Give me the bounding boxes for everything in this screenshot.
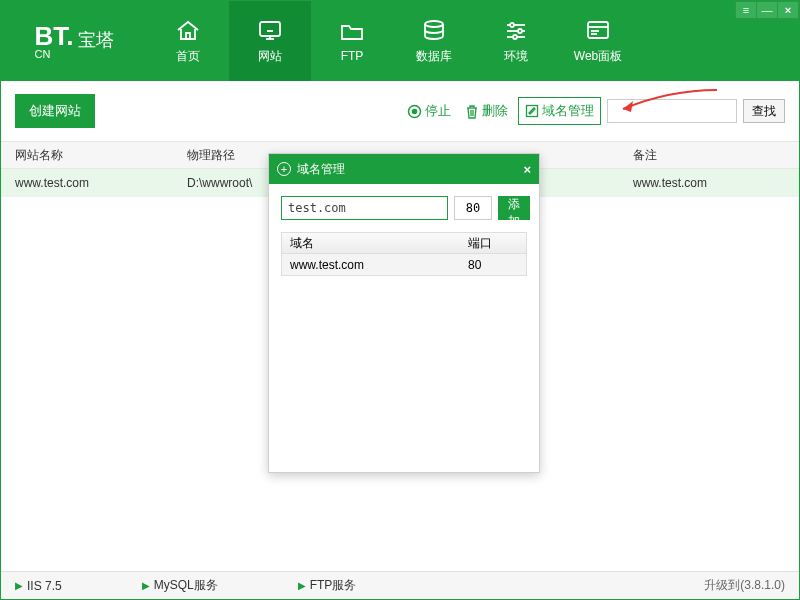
nav-label: Web面板 xyxy=(574,48,622,65)
svg-rect-1 xyxy=(260,22,280,36)
folder-icon xyxy=(338,19,366,43)
nav-home[interactable]: 首页 xyxy=(147,1,229,81)
version-text: 升级到(3.8.1.0) xyxy=(704,577,785,594)
edit-icon xyxy=(525,104,539,118)
nav-label: 网站 xyxy=(258,48,282,65)
cell-remark: www.test.com xyxy=(633,176,785,190)
panel-icon xyxy=(584,18,612,42)
modal-table-row[interactable]: www.test.com 80 xyxy=(281,254,527,276)
stop-icon xyxy=(407,104,422,119)
domain-modal: + 域名管理 × 添加 域名 端口 www.test.com 80 xyxy=(268,153,540,473)
nav-label: 环境 xyxy=(504,48,528,65)
svg-point-9 xyxy=(518,29,522,33)
nav-label: 首页 xyxy=(176,48,200,65)
play-icon: ▶ xyxy=(142,580,150,591)
search-button[interactable]: 查找 xyxy=(743,99,785,123)
svg-rect-12 xyxy=(588,22,608,38)
status-iis[interactable]: ▶IIS 7.5 xyxy=(15,579,62,593)
modal-cell-port: 80 xyxy=(468,258,518,272)
delete-button[interactable]: 删除 xyxy=(461,98,512,124)
svg-point-5 xyxy=(425,21,443,27)
modal-body: 添加 域名 端口 www.test.com 80 xyxy=(269,184,539,288)
domain-mgmt-button[interactable]: 域名管理 xyxy=(518,97,601,125)
nav-database[interactable]: 数据库 xyxy=(393,1,475,81)
home-icon xyxy=(174,18,202,42)
col-remark-header: 备注 xyxy=(633,147,785,164)
nav-label: FTP xyxy=(341,49,364,63)
status-bar: ▶IIS 7.5 ▶MySQL服务 ▶FTP服务 升级到(3.8.1.0) xyxy=(1,571,799,599)
svg-point-11 xyxy=(513,35,517,39)
nav-ftp[interactable]: FTP xyxy=(311,1,393,81)
play-icon: ▶ xyxy=(15,580,23,591)
top-nav: 首页 网站 FTP 数据库 环境 Web面板 xyxy=(147,1,639,81)
modal-titlebar[interactable]: + 域名管理 × xyxy=(269,154,539,184)
delete-label: 删除 xyxy=(482,102,508,120)
sliders-icon xyxy=(502,18,530,42)
svg-point-17 xyxy=(413,109,417,113)
port-input[interactable] xyxy=(454,196,492,220)
svg-rect-0 xyxy=(186,33,190,39)
logo-cn-label: 宝塔 xyxy=(78,31,114,51)
col-name-header: 网站名称 xyxy=(15,147,187,164)
minimize-button[interactable]: — xyxy=(756,1,778,19)
status-ftp[interactable]: ▶FTP服务 xyxy=(298,577,357,594)
toolbar: 创建网站 停止 删除 域名管理 查找 xyxy=(1,81,799,141)
modal-col-port: 端口 xyxy=(468,235,518,252)
app-header: BT. CN 宝塔 首页 网站 FTP 数据库 环境 Web面板 xyxy=(1,1,799,81)
search-input[interactable] xyxy=(607,99,737,123)
database-icon xyxy=(420,18,448,42)
status-mysql[interactable]: ▶MySQL服务 xyxy=(142,577,218,594)
modal-close-button[interactable]: × xyxy=(523,162,531,177)
cell-name: www.test.com xyxy=(15,176,187,190)
domain-mgmt-label: 域名管理 xyxy=(542,102,594,120)
nav-website[interactable]: 网站 xyxy=(229,1,311,81)
logo-bt: BT. xyxy=(35,23,74,49)
logo: BT. CN 宝塔 xyxy=(1,1,147,81)
svg-rect-20 xyxy=(527,106,538,117)
close-button[interactable]: × xyxy=(777,1,799,19)
plus-icon: + xyxy=(277,162,291,176)
nav-label: 数据库 xyxy=(416,48,452,65)
stop-button[interactable]: 停止 xyxy=(403,98,455,124)
menu-button[interactable]: ≡ xyxy=(735,1,757,19)
modal-table-header: 域名 端口 xyxy=(281,232,527,254)
modal-title-text: 域名管理 xyxy=(297,161,345,178)
stop-label: 停止 xyxy=(425,102,451,120)
nav-environment[interactable]: 环境 xyxy=(475,1,557,81)
play-icon: ▶ xyxy=(298,580,306,591)
window-controls: ≡ — × xyxy=(736,1,799,19)
logo-cn: CN xyxy=(35,49,74,60)
domain-input[interactable] xyxy=(281,196,448,220)
add-button[interactable]: 添加 xyxy=(498,196,530,220)
modal-cell-domain: www.test.com xyxy=(290,258,468,272)
monitor-icon xyxy=(256,18,284,42)
trash-icon xyxy=(465,104,479,119)
nav-webpanel[interactable]: Web面板 xyxy=(557,1,639,81)
create-website-button[interactable]: 创建网站 xyxy=(15,94,95,128)
svg-point-7 xyxy=(510,23,514,27)
modal-col-domain: 域名 xyxy=(290,235,468,252)
